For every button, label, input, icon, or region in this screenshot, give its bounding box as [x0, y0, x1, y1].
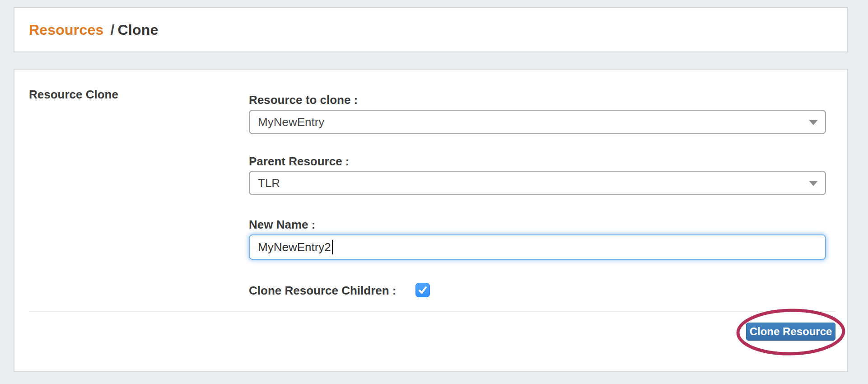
- new-name-input-text: MyNewEntry2: [258, 240, 331, 254]
- footer-divider: [29, 311, 835, 312]
- checkmark-icon: [418, 285, 428, 295]
- page: { "breadcrumb": { "section": "Resources"…: [0, 0, 868, 384]
- parent-resource-label: Parent Resource :: [249, 155, 350, 169]
- new-name-label: New Name :: [249, 218, 315, 232]
- resource-to-clone-label: Resource to clone :: [249, 93, 358, 107]
- panel-title: Resource Clone: [29, 88, 118, 102]
- clone-children-label: Clone Resource Children :: [249, 284, 397, 298]
- parent-resource-value: TLR: [258, 172, 280, 194]
- chevron-down-icon: [809, 120, 818, 125]
- breadcrumb-current-clone: Clone: [118, 22, 159, 38]
- clone-children-checkbox[interactable]: [415, 283, 430, 297]
- chevron-down-icon: [809, 181, 818, 186]
- resource-clone-panel: Resource Clone Resource to clone : MyNew…: [14, 69, 848, 372]
- parent-resource-select[interactable]: TLR: [249, 171, 826, 195]
- text-caret: [332, 240, 333, 254]
- clone-resource-button[interactable]: Clone Resource: [746, 323, 835, 341]
- breadcrumb-card: Resources/Clone: [14, 7, 848, 52]
- breadcrumb-separator: /: [110, 22, 114, 38]
- breadcrumb-link-resources[interactable]: Resources: [29, 22, 103, 38]
- resource-to-clone-select[interactable]: MyNewEntry: [249, 110, 826, 134]
- resource-to-clone-value: MyNewEntry: [258, 111, 324, 133]
- new-name-input[interactable]: MyNewEntry2: [249, 234, 826, 260]
- breadcrumb: Resources/Clone: [29, 22, 158, 38]
